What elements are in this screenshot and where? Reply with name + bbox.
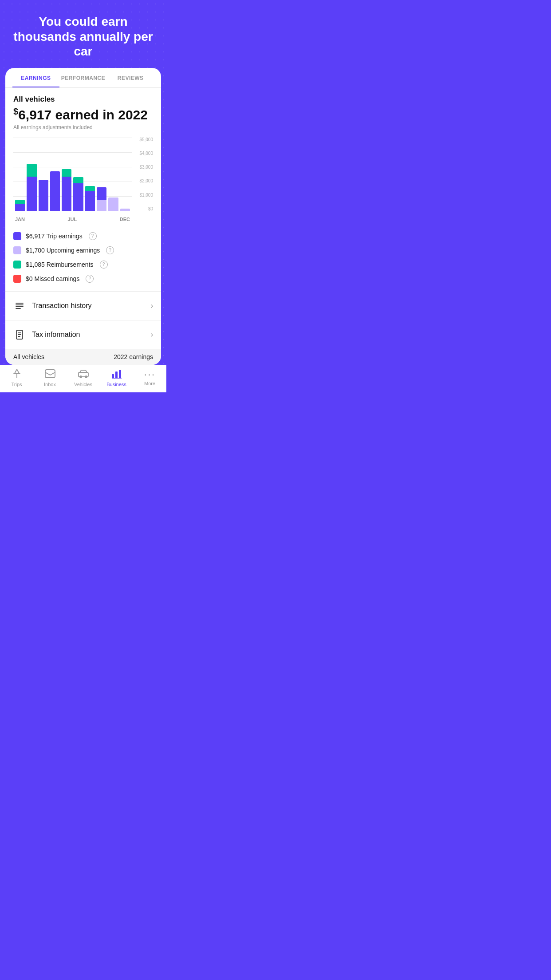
doc-icon [13, 328, 26, 341]
bar-stack [62, 138, 71, 211]
bar-segment-blue [97, 187, 106, 200]
nav-inbox[interactable]: Inbox [33, 369, 67, 387]
bar-group [39, 138, 48, 211]
bar-group [120, 138, 130, 211]
trips-icon [11, 369, 23, 380]
more-icon: ··· [144, 369, 155, 379]
filter-year[interactable]: 2022 earnings [114, 353, 153, 360]
y-label: $2,000 [139, 179, 153, 183]
nav-trips-label: Trips [11, 382, 22, 387]
bar-segment-green [15, 200, 25, 204]
svg-rect-15 [115, 371, 118, 378]
svg-rect-16 [119, 370, 121, 378]
bar-segment-light [120, 209, 130, 211]
bar-segment-blue [73, 183, 83, 211]
svg-rect-14 [112, 374, 114, 378]
vehicles-label: All vehicles [13, 95, 153, 104]
bar-segment-green [73, 177, 83, 183]
chart-y-labels: $5,000 $4,000 $3,000 $2,000 $1,000 $0 [132, 138, 153, 211]
bar-segment-green [27, 164, 36, 176]
earnings-amount: $6,917 earned in 2022 [13, 107, 153, 122]
chart-legend: $6,917 Trip earnings ? $1,700 Upcoming e… [5, 225, 161, 291]
nav-more-label: More [144, 381, 155, 386]
bar-segment-green [62, 169, 71, 177]
y-label: $1,000 [139, 193, 153, 198]
nav-vehicles-label: Vehicles [74, 382, 92, 387]
bar-segment-blue [15, 204, 25, 211]
svg-rect-10 [45, 370, 55, 378]
info-icon-trip[interactable]: ? [89, 232, 97, 240]
x-label-jan: JAN [15, 217, 25, 222]
bottom-nav: Trips Inbox Vehicles [0, 365, 166, 392]
bar-group [85, 138, 95, 211]
bar-stack [73, 138, 83, 211]
tax-information-label: Tax information [32, 331, 145, 339]
legend-reimbursements: $1,085 Reimbursements ? [13, 257, 153, 272]
bar-segment-light [108, 198, 118, 211]
bar-stack [39, 138, 48, 211]
x-label-jul: JUL [68, 217, 77, 222]
info-icon-missed[interactable]: ? [86, 275, 94, 283]
tab-earnings[interactable]: EARNINGS [12, 68, 59, 87]
nav-vehicles[interactable]: Vehicles [67, 369, 100, 387]
bar-stack [85, 138, 95, 211]
y-label: $4,000 [139, 151, 153, 156]
chart-x-labels: JAN JUL DEC [13, 217, 132, 222]
transaction-history-label: Transaction history [32, 302, 145, 310]
bar-group [15, 138, 25, 211]
legend-dot-missed [13, 275, 21, 283]
vehicles-icon [78, 369, 89, 380]
main-card: EARNINGS PERFORMANCE REVIEWS All vehicle… [5, 68, 161, 365]
bar-segment-blue [39, 180, 48, 211]
y-label: $0 [148, 207, 153, 211]
bar-group [62, 138, 71, 211]
nav-trips[interactable]: Trips [0, 369, 33, 387]
legend-dot-trip [13, 232, 21, 240]
filter-vehicles[interactable]: All vehicles [13, 353, 44, 360]
legend-missed: $0 Missed earnings ? [13, 272, 153, 286]
legend-label-upcoming: $1,700 Upcoming earnings [26, 247, 100, 254]
chevron-right-icon: › [151, 302, 153, 310]
legend-label-missed: $0 Missed earnings [26, 275, 79, 282]
y-label: $5,000 [139, 138, 153, 142]
tax-information-item[interactable]: Tax information › [5, 320, 161, 349]
bar-segment-light [97, 200, 106, 211]
y-label: $3,000 [139, 165, 153, 170]
nav-more[interactable]: ··· More [133, 369, 166, 387]
bar-stack [15, 138, 25, 211]
legend-dot-upcoming [13, 246, 21, 254]
chevron-right-icon: › [151, 331, 153, 339]
bar-segment-green [85, 186, 95, 191]
bar-stack [50, 138, 60, 211]
bar-segment-blue [62, 177, 71, 211]
bar-stack [120, 138, 130, 211]
legend-label-trip: $6,917 Trip earnings [26, 233, 83, 240]
bar-segment-blue [27, 177, 36, 211]
tab-reviews[interactable]: REVIEWS [107, 68, 154, 87]
transaction-history-item[interactable]: Transaction history › [5, 292, 161, 320]
bar-group [97, 138, 106, 211]
bar-group [73, 138, 83, 211]
legend-label-reimbursements: $1,085 Reimbursements [26, 261, 94, 268]
earnings-chart: $5,000 $4,000 $3,000 $2,000 $1,000 $0 JA… [13, 138, 153, 222]
nav-business[interactable]: Business [100, 369, 133, 387]
legend-upcoming: $1,700 Upcoming earnings ? [13, 243, 153, 257]
x-label-dec: DEC [120, 217, 130, 222]
card-body: All vehicles $6,917 earned in 2022 All e… [5, 88, 161, 222]
bar-group [50, 138, 60, 211]
bar-segment-blue [50, 171, 60, 211]
bar-group [27, 138, 36, 211]
tab-performance[interactable]: PERFORMANCE [59, 68, 107, 87]
info-icon-reimbursements[interactable]: ? [100, 261, 108, 269]
tab-bar: EARNINGS PERFORMANCE REVIEWS [5, 68, 161, 88]
earnings-sub: All earnings adjustments included [13, 124, 153, 130]
hero-title: You could earn thousands annually per ca… [0, 0, 166, 68]
bar-stack [97, 138, 106, 211]
bar-segment-blue [85, 191, 95, 211]
info-icon-upcoming[interactable]: ? [106, 246, 114, 254]
bar-group [108, 138, 118, 211]
business-icon [111, 369, 122, 380]
nav-inbox-label: Inbox [44, 382, 56, 387]
chart-bars [13, 138, 132, 211]
bottom-filter-bar: All vehicles 2022 earnings [5, 349, 161, 365]
